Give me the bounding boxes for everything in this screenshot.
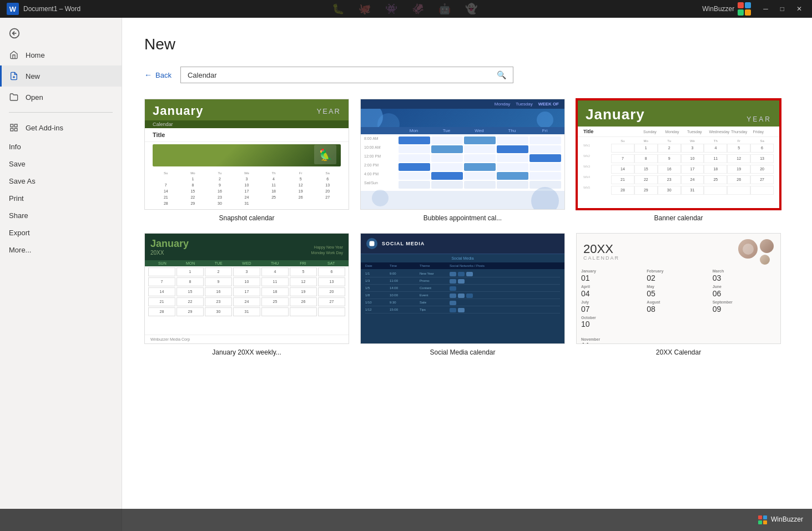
search-input-container[interactable]: 🔍: [180, 67, 513, 83]
template-thumb-bubbles: Monday Tuesday WEEK OF: [360, 99, 565, 210]
open-icon: [9, 92, 19, 102]
back-link-label: Back: [155, 71, 172, 79]
deco-icon-3: 👾: [385, 3, 401, 15]
close-button[interactable]: ✕: [793, 4, 805, 14]
taskbar-winbuzzer: WinBuzzer: [758, 515, 803, 524]
template-name-snapshot: Snapshot calendar: [219, 214, 274, 222]
back-button[interactable]: [0, 22, 122, 44]
sidebar-item-saveas[interactable]: Save As: [0, 173, 122, 190]
svg-rect-5: [14, 124, 17, 127]
taskbar-right: WinBuzzer: [758, 515, 803, 524]
sidebar-item-addins[interactable]: Get Add-ins: [0, 117, 122, 138]
sidebar-item-home[interactable]: Home: [0, 44, 122, 65]
page-title: New: [144, 36, 790, 53]
back-link[interactable]: ← Back: [144, 70, 172, 79]
winbuzzer-logo: WinBuzzer: [702, 2, 751, 16]
sidebar-item-save[interactable]: Save: [0, 155, 122, 173]
taskbar: WinBuzzer: [0, 509, 812, 531]
colorful-icon: [738, 2, 751, 16]
template-card-bubbles[interactable]: Monday Tuesday WEEK OF: [360, 99, 565, 222]
search-icon[interactable]: 🔍: [497, 70, 506, 79]
deco-icon-6: 👻: [465, 3, 481, 15]
title-bar-text: Document1 – Word: [23, 5, 80, 13]
maximize-button[interactable]: □: [777, 4, 788, 14]
title-bar: W Document1 – Word 🐛 🐙 👾 🦑 🤖 👻 WinBuzzer…: [0, 0, 812, 18]
winbuzzer-text: WinBuzzer: [702, 5, 734, 13]
template-card-weekly[interactable]: January 20XX Happy New Year Monday Work …: [144, 233, 349, 356]
main-content: New ← Back 🔍 January YEAR: [122, 18, 812, 531]
template-card-banner[interactable]: January YEAR Title SundayMondayTuesdayWe…: [576, 99, 781, 222]
title-bar-left: W Document1 – Word: [7, 3, 80, 15]
sidebar-item-print[interactable]: Print: [0, 190, 122, 207]
new-icon: [9, 71, 19, 81]
sidebar-item-more[interactable]: More...: [0, 241, 122, 259]
template-card-social[interactable]: SOCIAL MEDIA Social Media Date Time Them…: [360, 233, 565, 356]
template-card-snapshot[interactable]: January YEAR Calendar Title 🦜 Su Mo: [144, 99, 349, 222]
search-input[interactable]: [188, 71, 492, 79]
template-thumb-weekly: January 20XX Happy New Year Monday Work …: [144, 233, 349, 344]
sidebar-label-home: Home: [26, 51, 45, 59]
sidebar-label-open: Open: [26, 93, 43, 102]
deco-icon-1: 🐛: [332, 3, 347, 15]
back-icon: [9, 28, 20, 39]
minimize-button[interactable]: ─: [760, 4, 771, 14]
template-name-weekly: January 20XX weekly...: [212, 348, 281, 356]
template-thumb-banner: January YEAR Title SundayMondayTuesdayWe…: [576, 99, 781, 210]
sidebar-item-new[interactable]: New: [0, 65, 122, 87]
svg-rect-4: [11, 124, 13, 127]
home-icon: [9, 50, 19, 60]
addins-icon: [9, 123, 19, 133]
template-name-banner: Banner calendar: [654, 214, 703, 222]
deco-icon-2: 🐙: [359, 3, 374, 15]
deco-icon-5: 🤖: [438, 3, 454, 15]
template-thumb-20xx: 20XX CALENDAR: [576, 233, 781, 344]
template-thumb-social: SOCIAL MEDIA Social Media Date Time Them…: [360, 233, 565, 344]
window-controls: ─ □ ✕: [760, 4, 805, 14]
sidebar-item-info[interactable]: Info: [0, 138, 122, 155]
sidebar-label-addins: Get Add-ins: [26, 124, 63, 132]
template-thumb-snapshot: January YEAR Calendar Title 🦜 Su Mo: [144, 99, 349, 210]
template-card-20xx[interactable]: 20XX CALENDAR: [576, 233, 781, 356]
word-app-icon: W: [7, 3, 19, 15]
sidebar-item-share[interactable]: Share: [0, 207, 122, 224]
templates-grid: January YEAR Calendar Title 🦜 Su Mo: [144, 99, 790, 356]
sidebar-item-open[interactable]: Open: [0, 87, 122, 108]
template-name-social: Social Media calendar: [430, 348, 495, 356]
back-arrow-icon: ←: [144, 70, 152, 79]
sidebar-divider: [9, 112, 113, 113]
template-name-20xx: 20XX Calendar: [656, 348, 701, 356]
svg-rect-7: [11, 128, 13, 131]
taskbar-winbuzzer-label: WinBuzzer: [771, 515, 803, 523]
title-bar-right: WinBuzzer ─ □ ✕: [702, 2, 805, 16]
svg-rect-8: [370, 241, 375, 246]
sidebar-label-new: New: [26, 72, 40, 80]
svg-rect-6: [14, 128, 17, 131]
sidebar: Home New Open: [0, 18, 122, 531]
search-bar: ← Back 🔍: [144, 67, 790, 83]
sidebar-item-export[interactable]: Export: [0, 224, 122, 241]
app-container: Home New Open: [0, 18, 812, 531]
deco-icon-4: 🦑: [412, 3, 427, 15]
template-name-bubbles: Bubbles appointment cal...: [423, 214, 502, 222]
deco-icons: 🐛 🐙 👾 🦑 🤖 👻: [332, 3, 481, 15]
